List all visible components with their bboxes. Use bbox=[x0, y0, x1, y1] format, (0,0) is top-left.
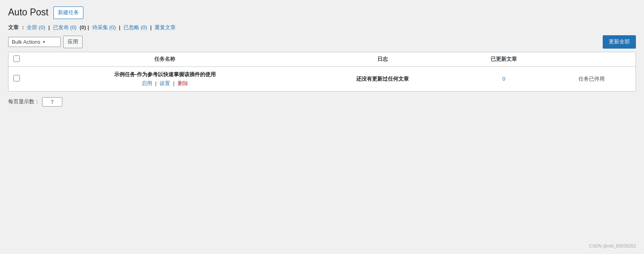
row-log-cell: 还没有更新过任何文章 bbox=[305, 66, 460, 91]
filter-ignored[interactable]: 已忽略 (0) bbox=[123, 24, 147, 30]
task-name: 示例任务-作为参考以快速掌握该插件的使用 bbox=[29, 71, 301, 78]
enable-link[interactable]: 启用 bbox=[142, 80, 152, 86]
filter-duplicate[interactable]: 重复文章 bbox=[155, 24, 176, 30]
tasks-table-container: 任务名称 日志 已更新文章 示例任务-作为参考以快速掌握该插件的使用 启用 bbox=[8, 52, 636, 92]
delete-link[interactable]: 删除 bbox=[178, 80, 188, 86]
sep2: (0) | bbox=[80, 24, 91, 30]
table-header-row: 任务名称 日志 已更新文章 bbox=[9, 52, 635, 67]
sep4: | bbox=[150, 24, 153, 30]
bulk-actions-label: Bulk Actions bbox=[12, 39, 40, 45]
col-checkbox bbox=[9, 52, 25, 67]
bulk-actions-dropdown[interactable]: Bulk Actions ▾ bbox=[8, 37, 61, 47]
filter-label: 文章 bbox=[8, 24, 19, 30]
task-count: 0 bbox=[502, 76, 505, 82]
tasks-table: 任务名称 日志 已更新文章 示例任务-作为参考以快速掌握该插件的使用 启用 bbox=[9, 52, 635, 91]
actions-left: Bulk Actions ▾ 应用 bbox=[8, 36, 83, 48]
select-all-checkbox[interactable] bbox=[13, 55, 20, 62]
task-actions: 启用 | 设置 | 删除 bbox=[29, 80, 301, 87]
per-page-label: 每页显示数： bbox=[8, 98, 40, 105]
page-header: Auto Post 新建任务 bbox=[8, 6, 636, 19]
filter-colon: ： bbox=[20, 24, 26, 30]
row-checkbox[interactable] bbox=[13, 75, 20, 81]
table-row: 示例任务-作为参考以快速掌握该插件的使用 启用 | 设置 | 删除 还没有更新过… bbox=[9, 66, 635, 91]
per-page-section: 每页显示数： bbox=[8, 97, 636, 107]
col-count-header: 已更新文章 bbox=[460, 52, 548, 67]
row-name-cell: 示例任务-作为参考以快速掌握该插件的使用 启用 | 设置 | 删除 bbox=[25, 66, 305, 91]
filter-pending[interactable]: 待采集 (0) bbox=[92, 24, 116, 30]
apply-button[interactable]: 应用 bbox=[63, 36, 83, 48]
watermark: CSDN @m0_65030252 bbox=[589, 243, 636, 248]
task-log: 还没有更新过任何文章 bbox=[356, 76, 409, 82]
settings-link[interactable]: 设置 bbox=[159, 80, 170, 86]
sep3: | bbox=[119, 24, 122, 30]
action-sep1: | bbox=[155, 80, 158, 86]
col-status-header bbox=[548, 52, 635, 67]
filter-all[interactable]: 全部 (0) bbox=[27, 24, 45, 30]
chevron-down-icon: ▾ bbox=[43, 40, 45, 44]
col-log-header: 日志 bbox=[305, 52, 460, 67]
update-all-button[interactable]: 更新全部 bbox=[603, 35, 636, 49]
row-checkbox-cell bbox=[9, 66, 25, 91]
actions-bar: Bulk Actions ▾ 应用 更新全部 bbox=[8, 35, 636, 49]
row-status-cell: 任务已停用 bbox=[548, 66, 635, 91]
per-page-input[interactable] bbox=[42, 97, 62, 107]
filter-published[interactable]: 已发布 (0) bbox=[53, 24, 77, 30]
new-task-button[interactable]: 新建任务 bbox=[53, 6, 83, 19]
sep1: | bbox=[48, 24, 51, 30]
task-status: 任务已停用 bbox=[578, 76, 605, 82]
action-sep2: | bbox=[173, 80, 176, 86]
filter-bar: 文章 ： 全部 (0) | 已发布 (0) (0) | 待采集 (0) | 已忽… bbox=[8, 24, 636, 31]
page-title: Auto Post bbox=[8, 6, 49, 19]
page-wrapper: Auto Post 新建任务 文章 ： 全部 (0) | 已发布 (0) (0)… bbox=[0, 0, 644, 254]
row-count-cell: 0 bbox=[460, 66, 548, 91]
col-name-header: 任务名称 bbox=[25, 52, 305, 67]
